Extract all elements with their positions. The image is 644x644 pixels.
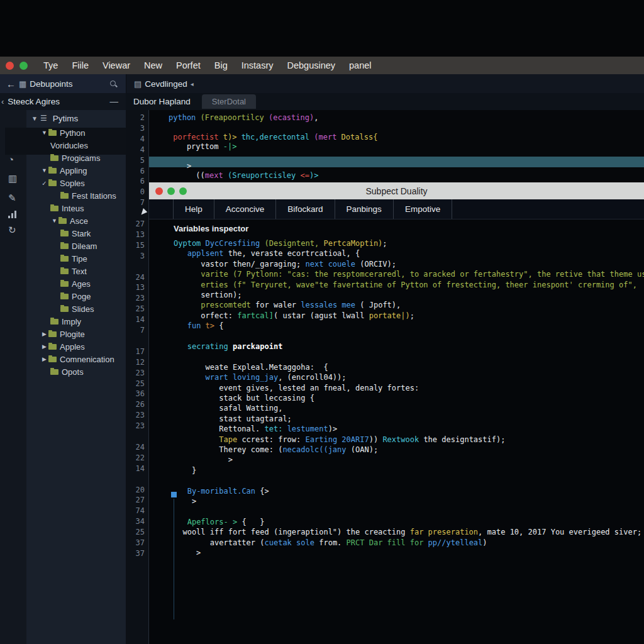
chevron-down-icon[interactable]: ▼ bbox=[40, 130, 48, 136]
tree-item-plogite[interactable]: ▶Plogite bbox=[26, 328, 133, 340]
tree-item-voriducles[interactable]: Voriducles bbox=[26, 139, 133, 152]
code-token: > bbox=[174, 548, 201, 557]
chevron-right-icon[interactable]: ▶ bbox=[40, 331, 48, 337]
tab-help[interactable]: Help bbox=[173, 199, 214, 219]
line-number: 23 bbox=[136, 294, 145, 303]
folder-icon bbox=[60, 256, 69, 262]
check-icon: ✓ bbox=[40, 180, 48, 187]
clock-icon[interactable]: ◔ bbox=[8, 154, 14, 165]
menu-item-tye[interactable]: Tye bbox=[36, 60, 65, 70]
tree-item-python[interactable]: ▼Python bbox=[26, 126, 133, 139]
tree-item-ages[interactable]: Ages bbox=[26, 277, 133, 290]
line-number-gutter[interactable]: 2344566072713153241323251471712232536262… bbox=[126, 110, 149, 644]
code-token: Apeflors- > bbox=[187, 518, 242, 526]
bar-chart-icon[interactable] bbox=[8, 211, 16, 218]
pencil-icon[interactable]: ✎ bbox=[8, 192, 16, 204]
code-line: > bbox=[174, 496, 196, 506]
back-arrow-icon[interactable]: ← bbox=[6, 79, 16, 89]
code-token: Tape bbox=[219, 435, 242, 444]
tree-item-soples[interactable]: ✓Soples bbox=[26, 177, 133, 189]
code-token: safal Watting, bbox=[174, 404, 282, 413]
menu-item-porfet[interactable]: Porfet bbox=[169, 60, 208, 70]
code-token: { } bbox=[242, 518, 264, 526]
menu-item-instasry[interactable]: Instasry bbox=[235, 60, 280, 70]
hamburger-icon[interactable]: ☰ bbox=[40, 114, 48, 123]
tree-item-text[interactable]: Text bbox=[26, 265, 133, 277]
variables-inspector-heading: Variables inspector bbox=[174, 224, 248, 233]
menu-item-big[interactable]: Big bbox=[208, 60, 235, 70]
document-selector[interactable]: Cevdlinged bbox=[145, 79, 187, 89]
chevron-right-icon[interactable]: ▶ bbox=[40, 343, 48, 350]
tree-root[interactable]: ▼ ☰ Pytims bbox=[26, 112, 126, 125]
zoom-window-button[interactable] bbox=[19, 62, 28, 70]
tab-acconcive[interactable]: Acconcive bbox=[214, 199, 277, 219]
tree-item-appling[interactable]: ▼Appling bbox=[26, 164, 133, 177]
menu-item-viewar[interactable]: Viewar bbox=[96, 60, 137, 70]
collapse-panel-icon[interactable]: ‹ bbox=[1, 97, 4, 106]
code-editor-top[interactable]: python (Freapoortilcy (ecasting), porfec… bbox=[149, 110, 644, 182]
search-icon[interactable] bbox=[110, 80, 117, 87]
code-token: t> bbox=[206, 321, 219, 330]
code-line: erties (f" Teryuret, wave"te favertatine… bbox=[174, 280, 637, 290]
line-number: 14 bbox=[136, 315, 145, 324]
code-token bbox=[174, 321, 187, 330]
code-token: thc,derectontal bbox=[236, 133, 314, 142]
code-token: prescomtedt bbox=[201, 301, 250, 309]
code-token: erties (f" Teryuret, wave"te favertatine… bbox=[174, 280, 637, 289]
open-file-label[interactable]: Dubor Hapland bbox=[133, 97, 191, 106]
line-number: 74 bbox=[136, 506, 145, 515]
code-token: fartcal] bbox=[237, 311, 274, 320]
tree-item-dileam[interactable]: Dileam bbox=[26, 240, 133, 252]
search-scope-label[interactable]: Debupoints bbox=[30, 79, 72, 89]
tree-item-progicams[interactable]: Progicams bbox=[26, 152, 133, 164]
menu-item-panel[interactable]: panel bbox=[342, 60, 378, 70]
tree-item-opots[interactable]: Opots bbox=[26, 365, 133, 378]
file-tab[interactable]: SterDotal bbox=[202, 94, 256, 109]
tree-item-inteus[interactable]: Inteus bbox=[26, 202, 133, 214]
code-token: far preseration bbox=[410, 528, 478, 536]
tree-item-poge[interactable]: Poge bbox=[26, 290, 133, 303]
line-number: 7 bbox=[140, 198, 145, 207]
chevron-down-icon[interactable]: ▼ bbox=[40, 167, 48, 174]
menu-item-new[interactable]: New bbox=[137, 60, 169, 70]
line-number: 3 bbox=[140, 252, 145, 260]
code-line: } bbox=[174, 465, 196, 475]
grid-icon[interactable]: ▦ bbox=[19, 79, 26, 89]
tree-item-comnenication[interactable]: ▶Comnenication bbox=[26, 353, 133, 365]
tree-item-slides[interactable]: Slides bbox=[26, 303, 133, 315]
code-token: > bbox=[174, 497, 196, 506]
menu-item-fiile[interactable]: Fiile bbox=[65, 60, 96, 70]
inner-window-title: Subpect Duality bbox=[149, 186, 644, 196]
menu-item-debgusiney[interactable]: Debgusiney bbox=[280, 60, 342, 70]
minimize-panel-button[interactable]: — bbox=[110, 97, 119, 106]
breakpoint-marker[interactable] bbox=[171, 492, 177, 497]
columns-icon[interactable]: ▥ bbox=[8, 173, 17, 184]
tree-item-fest-itations[interactable]: Fest Itations bbox=[26, 189, 133, 202]
chevron-down-icon[interactable]: ▼ bbox=[50, 218, 58, 224]
tree-item-label: Fest Itations bbox=[72, 191, 116, 201]
tree-item-apples[interactable]: ▶Apples bbox=[26, 340, 133, 353]
tab-bifockard[interactable]: Bifockard bbox=[276, 199, 335, 219]
chevron-right-icon[interactable]: ▶ bbox=[40, 356, 48, 362]
close-window-button[interactable] bbox=[6, 62, 14, 70]
dropdown-arrow-icon[interactable]: ◂ bbox=[191, 80, 194, 87]
tree-item-asce[interactable]: ▼Asce bbox=[26, 214, 133, 227]
code-line: Tape ccrest: frow: Earting 20ARI7)) Rext… bbox=[174, 435, 505, 445]
code-token: { bbox=[219, 321, 223, 330]
tree-item-tipe[interactable]: Tipe bbox=[26, 252, 133, 265]
tree-item-stark[interactable]: Stark bbox=[26, 227, 133, 240]
folder-icon bbox=[48, 357, 57, 362]
tab-panbings[interactable]: Panbings bbox=[335, 199, 394, 219]
code-token: Oyptom bbox=[174, 239, 206, 248]
code-token: for waler bbox=[251, 301, 301, 309]
tab-empotive[interactable]: Empotive bbox=[394, 199, 452, 219]
tree-item-imply[interactable]: Imply bbox=[26, 315, 133, 328]
code-token: pp//ytelleal bbox=[428, 538, 483, 547]
chevron-down-icon[interactable]: ▼ bbox=[31, 115, 38, 122]
code-token: porfectist bbox=[173, 133, 223, 142]
code-line: pryttom -|> bbox=[169, 142, 236, 152]
refresh-icon[interactable]: ↻ bbox=[8, 225, 16, 236]
inner-titlebar[interactable]: Subpect Duality bbox=[149, 182, 644, 199]
tree-item-label: Slides bbox=[72, 304, 94, 314]
file-tree: ▼PythonVoriduclesProgicams▼Appling✓Sople… bbox=[26, 126, 133, 378]
